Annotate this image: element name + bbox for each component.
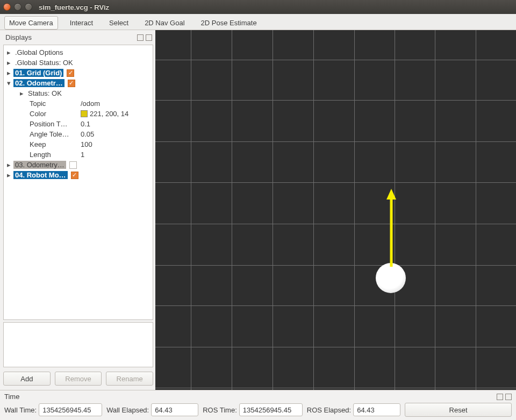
window-title: sim_fuerte.vcg - RViz <box>39 3 109 11</box>
grid-line <box>313 30 314 390</box>
maximize-icon[interactable] <box>25 3 32 11</box>
reset-button[interactable]: Reset <box>405 403 512 417</box>
wall-time-field: Wall Time: 1354256945.45 <box>4 403 102 416</box>
grid-line <box>273 30 273 390</box>
checkbox-odometry2[interactable] <box>69 161 77 169</box>
grid-line <box>232 30 232 390</box>
ros-elapsed-label: ROS Elapsed: <box>307 406 351 414</box>
prop-keep[interactable]: Keep 100 <box>4 139 153 150</box>
tool-select[interactable]: Select <box>105 17 133 29</box>
description-box <box>3 322 153 367</box>
tool-2d-nav-goal[interactable]: 2D Nav Goal <box>140 17 189 29</box>
prop-length[interactable]: Length 1 <box>4 150 153 160</box>
odometry-arrow <box>386 189 396 267</box>
remove-button[interactable]: Remove <box>55 372 102 386</box>
tool-2d-pose-estimate[interactable]: 2D Pose Estimate <box>197 17 261 29</box>
minimize-icon[interactable] <box>14 3 22 11</box>
wall-time-input[interactable]: 1354256945.45 <box>39 403 102 416</box>
tree-item-robot-model[interactable]: ▸ 04. Robot Mo… ✓ <box>4 170 153 180</box>
grid-line <box>155 347 516 347</box>
ros-time-field: ROS Time: 1354256945.45 <box>203 403 303 416</box>
time-panel: Time Wall Time: 1354256945.45 Wall Elaps… <box>0 390 516 420</box>
grid-line <box>155 141 516 142</box>
window-titlebar: sim_fuerte.vcg - RViz <box>0 0 516 14</box>
displays-title: Displays <box>5 33 32 41</box>
wall-time-label: Wall Time: <box>4 406 37 414</box>
wall-elapsed-label: Wall Elapsed: <box>106 406 149 414</box>
robot-model <box>376 263 406 293</box>
checkbox-grid[interactable]: ✓ <box>67 69 74 77</box>
wall-elapsed-field: Wall Elapsed: 64.43 <box>106 403 198 416</box>
tree-item-grid[interactable]: ▸ 01. Grid (Grid) ✓ <box>4 68 153 78</box>
time-title: Time <box>4 393 19 401</box>
main-area: Displays ▸ .Global Options ▸ .Global Sta… <box>0 30 516 390</box>
grid-line <box>191 30 191 390</box>
rename-button[interactable]: Rename <box>106 372 153 386</box>
chevron-right-icon: ▸ <box>7 69 13 77</box>
checkbox-odometry[interactable]: ✓ <box>68 80 75 87</box>
color-swatch-icon <box>81 110 88 117</box>
grid-line <box>155 265 516 266</box>
displays-header: Displays <box>3 32 153 42</box>
close-icon[interactable] <box>3 3 11 11</box>
grid-line <box>155 388 516 388</box>
undock-icon[interactable] <box>137 34 144 41</box>
tree-global-status[interactable]: ▸ .Global Status: OK <box>4 58 153 68</box>
close-time-icon[interactable] <box>505 394 512 400</box>
ros-elapsed-input[interactable]: 64.43 <box>353 403 400 416</box>
add-button[interactable]: Add <box>3 372 51 386</box>
chevron-right-icon: ▸ <box>7 48 13 56</box>
ros-time-input[interactable]: 1354256945.45 <box>239 403 303 416</box>
3d-viewport[interactable] <box>155 30 516 390</box>
displays-tree[interactable]: ▸ .Global Options ▸ .Global Status: OK ▸… <box>3 45 153 320</box>
tool-interact[interactable]: Interact <box>66 17 97 29</box>
tree-item-odometry[interactable]: ▾ 02. Odometr… ✓ <box>4 78 153 88</box>
prop-color[interactable]: Color 221, 200, 14 <box>4 109 153 119</box>
wall-elapsed-input[interactable]: 64.43 <box>151 403 198 416</box>
grid-line <box>155 305 516 306</box>
prop-angle-tolerance[interactable]: Angle Tole… 0.05 <box>4 129 153 139</box>
grid-line <box>155 100 516 101</box>
chevron-right-icon: ▸ <box>7 171 13 179</box>
grid-line <box>155 182 516 183</box>
toolbar: Move Camera Interact Select 2D Nav Goal … <box>0 14 516 30</box>
chevron-down-icon: ▾ <box>7 79 13 87</box>
grid-line <box>354 30 355 390</box>
displays-panel: Displays ▸ .Global Options ▸ .Global Sta… <box>0 30 155 390</box>
tree-odom-status[interactable]: ▸ Status: OK <box>4 88 153 98</box>
tree-global-options[interactable]: ▸ .Global Options <box>4 47 153 58</box>
tool-move-camera[interactable]: Move Camera <box>4 16 58 30</box>
prop-topic[interactable]: Topic /odom <box>4 98 153 109</box>
chevron-right-icon: ▸ <box>20 89 26 97</box>
undock-time-icon[interactable] <box>497 394 503 400</box>
ros-elapsed-field: ROS Elapsed: 64.43 <box>307 403 400 416</box>
grid-line <box>476 30 476 390</box>
close-panel-icon[interactable] <box>146 34 152 41</box>
svg-marker-1 <box>386 189 396 200</box>
tree-item-odometry2[interactable]: ▸ 03. Odometry… <box>4 160 153 170</box>
display-buttons: Add Remove Rename <box>3 369 153 388</box>
chevron-right-icon: ▸ <box>7 59 13 67</box>
prop-position-tolerance[interactable]: Position T… 0.1 <box>4 119 153 129</box>
grid-line <box>155 60 516 60</box>
grid-line <box>155 224 516 224</box>
chevron-right-icon: ▸ <box>7 161 13 169</box>
ros-time-label: ROS Time: <box>203 406 237 414</box>
checkbox-robot-model[interactable]: ✓ <box>71 172 78 179</box>
grid-line <box>435 30 435 390</box>
